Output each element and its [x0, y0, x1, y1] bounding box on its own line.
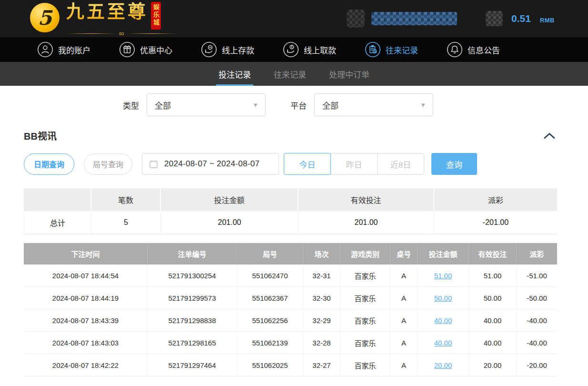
top-header: 5 九五至尊 娱乐城 ∞ 0.51 RMB	[0, 0, 588, 37]
order-id: 521791299573	[148, 287, 237, 309]
today-button[interactable]: 今日	[284, 153, 331, 175]
bell-icon	[447, 41, 463, 58]
order-id: 521791298838	[148, 309, 237, 332]
col-header: 下注时间	[24, 243, 148, 264]
order-id: 521791298165	[148, 332, 237, 354]
avatar[interactable]	[347, 10, 365, 28]
table-row: 2024-08-07 18:43:39 521791298838 5510622…	[24, 309, 557, 332]
bet-time: 2024-08-07 18:44:19	[24, 287, 148, 309]
valid-bet: 20.00	[469, 354, 517, 376]
game-type: 百家乐	[340, 332, 390, 354]
brand-badge: 娱乐城	[151, 2, 161, 30]
round-id: 551062470	[237, 264, 303, 287]
summary-payout: -201.00	[434, 211, 557, 234]
balance-currency: RMB	[540, 14, 555, 24]
table-no: A	[390, 309, 418, 332]
withdraw-icon	[283, 41, 299, 58]
table-no: A	[390, 264, 418, 287]
nav-label: 信息公告	[468, 44, 500, 56]
bet-amount-link[interactable]: 51.00	[434, 272, 452, 280]
game-type: 百家乐	[340, 309, 390, 332]
nav-item-withdraw[interactable]: 线上取款	[283, 41, 336, 58]
nav-label: 优惠中心	[140, 44, 172, 56]
records-icon	[365, 41, 381, 58]
main-nav: 我的账户 优惠中心 线上存款 线上取款	[0, 37, 588, 62]
subtab-bar: 投注记录 往来记录 处理中订单	[0, 62, 588, 86]
payout: -50.00	[517, 287, 557, 309]
last-8-days-button[interactable]: 近8日	[377, 153, 424, 175]
type-filter-label: 类型	[123, 99, 139, 111]
balance-amount: 0.51	[511, 13, 531, 24]
gift-icon	[119, 41, 135, 58]
session: 32-27	[303, 354, 340, 376]
table-header-row: 下注时间 注单编号 局号 场次 游戏类别 桌号 投注金额 有效投注 派彩	[24, 243, 557, 264]
table-no: A	[390, 287, 418, 309]
round-id: 551062139	[237, 332, 303, 354]
payout: -40.00	[517, 309, 557, 332]
user-icon	[37, 41, 53, 58]
tab-transaction-records[interactable]: 往来记录	[273, 62, 307, 86]
bet-time: 2024-08-07 18:42:22	[24, 354, 148, 376]
chevron-down-icon: ▼	[420, 102, 426, 109]
nav-item-deposit[interactable]: 线上存款	[201, 41, 254, 58]
nav-item-promotions[interactable]: 优惠中心	[119, 41, 172, 58]
round-query-button[interactable]: 局号查询	[84, 153, 132, 175]
game-type: 百家乐	[340, 264, 390, 287]
platform-filter-label: 平台	[290, 99, 307, 111]
search-button[interactable]: 查询	[431, 153, 477, 175]
valid-bet: 40.00	[469, 309, 517, 332]
col-header: 注单编号	[148, 243, 237, 264]
valid-bet: 40.00	[469, 332, 517, 354]
table-no: A	[390, 332, 418, 354]
session: 32-31	[303, 264, 340, 287]
nav-item-announcements[interactable]: 信息公告	[447, 41, 500, 58]
platform-select-value: 全部	[322, 99, 339, 111]
payout: -51.00	[517, 264, 557, 287]
nav-label: 线上存款	[222, 44, 254, 56]
col-header: 局号	[237, 243, 303, 264]
nav-item-my-account[interactable]: 我的账户	[37, 41, 90, 58]
round-id: 551062256	[237, 309, 303, 332]
col-header: 投注金额	[418, 243, 469, 264]
tab-pending-orders[interactable]: 处理中订单	[328, 62, 370, 86]
date-query-button[interactable]: 日期查询	[24, 153, 74, 175]
session: 32-29	[303, 309, 340, 332]
summary-header-cell: 有效投注	[299, 188, 434, 211]
table-row: 2024-08-07 18:42:22 521791297464 5510620…	[24, 354, 557, 376]
chevron-up-icon[interactable]	[543, 132, 556, 140]
filter-row: 类型 全部 ▼ 平台 全部 ▼	[0, 86, 588, 116]
tab-bet-records[interactable]: 投注记录	[218, 62, 252, 86]
calendar-icon	[149, 160, 158, 169]
nav-item-records[interactable]: 往来记录	[365, 41, 418, 58]
section-title: BB视讯	[24, 129, 57, 142]
brand-flourish: ∞	[66, 30, 177, 36]
bet-records-table: 下注时间 注单编号 局号 场次 游戏类别 桌号 投注金额 有效投注 派彩 202…	[24, 243, 557, 376]
yesterday-button[interactable]: 昨日	[330, 153, 378, 175]
wallet-icon[interactable]	[486, 11, 503, 26]
col-header: 游戏类别	[340, 243, 390, 264]
summary-header-cell: 派彩	[434, 188, 557, 211]
platform-select[interactable]: 全部 ▼	[314, 93, 433, 116]
payout: -20.00	[517, 354, 557, 376]
order-id: 521791300254	[148, 264, 237, 287]
valid-bet: 51.00	[469, 264, 517, 287]
bet-amount-link[interactable]: 40.00	[434, 339, 452, 347]
date-range-input[interactable]: 2024-08-07 ~ 2024-08-07	[142, 153, 279, 175]
col-header: 有效投注	[469, 243, 517, 264]
type-select[interactable]: 全部 ▼	[147, 93, 266, 116]
game-type: 百家乐	[340, 287, 390, 309]
username-censored	[371, 12, 457, 25]
payout: -40.00	[517, 332, 557, 354]
bet-amount-link[interactable]: 20.00	[434, 361, 452, 369]
bet-amount-link[interactable]: 50.00	[434, 294, 452, 302]
brand-logo-icon: 5	[30, 3, 60, 32]
col-header: 派彩	[517, 243, 557, 264]
summary-header-cell: 投注金额	[161, 188, 299, 211]
session: 32-28	[303, 332, 340, 354]
brand-name: 九五至尊	[66, 1, 148, 22]
summary-table: 笔数 投注金额 有效投注 派彩 总计 5 201.00 201.00 -201.…	[24, 188, 557, 234]
valid-bet: 50.00	[469, 287, 517, 309]
bet-amount-link[interactable]: 40.00	[434, 316, 452, 325]
section-head: BB视讯	[0, 116, 588, 142]
brand-logo[interactable]: 5 九五至尊 娱乐城 ∞	[30, 1, 177, 36]
